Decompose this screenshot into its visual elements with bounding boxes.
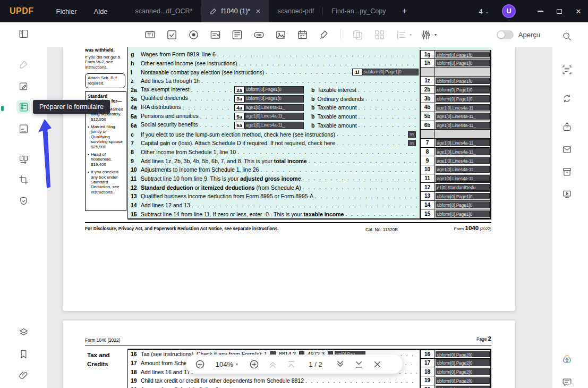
form-field-overlay[interactable]: ubform[0].Page1[0 [244, 86, 304, 94]
share-button[interactable] [560, 120, 574, 133]
form-field-overlay[interactable]: ubform[0].Page2[0 [436, 351, 490, 358]
form-field-overlay[interactable]: ubform[0].Page1[0 [244, 95, 304, 103]
tab-scanned-ocr[interactable]: scanned...df_OCR* [127, 0, 201, 22]
close-zoombar-button[interactable] [372, 359, 382, 369]
align-fields-tool[interactable]: ▾ [394, 27, 412, 42]
date-field-tool[interactable] [295, 27, 310, 42]
close-window-button[interactable]: ✕ [569, 0, 588, 22]
dot-leader [201, 77, 417, 85]
archive-button[interactable] [560, 165, 574, 179]
form-field-overlay[interactable]: ubform[0].Page1[0 [436, 78, 490, 85]
signature-field-tool[interactable] [317, 27, 331, 42]
checkbox-field-overlay[interactable]: in [408, 140, 416, 146]
form-field-overlay[interactable]: ubform[0].Page2[0 [436, 377, 490, 384]
tab-f1040[interactable]: f1040 (1)* ✕ [201, 0, 269, 22]
sidebar-item-panel[interactable] [16, 27, 30, 40]
form-field-overlay[interactable]: age1[0].Lines4a-11_ [436, 175, 490, 182]
ai-assistant-button[interactable] [560, 352, 574, 366]
page-indicator[interactable]: 1 / 2 [304, 360, 327, 368]
minimize-button[interactable] [531, 0, 550, 22]
list-box-tool[interactable] [229, 27, 244, 42]
maximize-button[interactable] [550, 0, 569, 22]
form-field-overlay[interactable]: age1[0].Lines4a-11_ [436, 113, 490, 120]
preview-toggle[interactable] [497, 30, 514, 39]
form-field-overlay[interactable]: ubform[0].Page1[0 [436, 201, 490, 208]
sidebar-item-layers[interactable] [16, 325, 30, 339]
menu-aide[interactable]: Aide [94, 7, 108, 15]
amount-line-number: 1g [420, 50, 434, 59]
form-field-overlay[interactable]: age1[0].Lines4a-11_ [244, 104, 304, 112]
duplicate-fields-tool[interactable] [350, 27, 365, 42]
form-field-overlay[interactable]: age1[0].Lines4a-11_ [436, 148, 490, 155]
row-text: Taxable amount [317, 113, 356, 120]
form-field-overlay[interactable]: ubform[0].Page1[0 [436, 95, 490, 102]
checkbox-field-overlay[interactable]: in [408, 131, 416, 138]
sidebar-item-protect[interactable] [16, 194, 30, 208]
line-number: z [128, 78, 141, 84]
user-avatar[interactable]: U [502, 4, 516, 18]
sidebar-item-prepare-form[interactable] [16, 100, 30, 114]
field-options-tool[interactable]: ▾ [419, 27, 437, 42]
form-field-overlay[interactable]: ubform[0].Page2[0 [436, 368, 490, 375]
zoom-level-dropdown[interactable]: 104% ▾ [213, 360, 241, 368]
form-field-overlay[interactable]: ubform[0].Page1[0 [436, 86, 490, 93]
form-field-overlay[interactable]: ubform[0].Page2[0 [436, 359, 490, 366]
form-field-overlay[interactable]: age1[0].Lines4a-11_ [244, 122, 304, 129]
page2-number: Page 2 [476, 335, 491, 342]
zoom-in-button[interactable] [249, 359, 259, 369]
new-tab-button[interactable]: + [402, 6, 407, 16]
text-field-tool[interactable] [142, 27, 157, 42]
form-field-overlay[interactable]: e1[0].StandardDedu [436, 184, 490, 191]
first-page-button[interactable] [267, 359, 278, 369]
form-field-overlay[interactable]: ubform[0].Page1[0 [436, 193, 490, 200]
document-viewport[interactable]: was withheld.If you did not get a Form W… [47, 47, 552, 388]
menu-fichier[interactable]: Fichier [56, 7, 77, 15]
previous-page-button[interactable] [286, 359, 296, 369]
feedback-button[interactable] [560, 375, 574, 388]
form-field-overlay[interactable]: ubform[0].Page1[0 [436, 210, 490, 217]
sidebar-item-annotate[interactable] [16, 57, 30, 71]
sidebar-item-crop[interactable] [16, 173, 30, 187]
dropdown-tool[interactable] [208, 27, 223, 42]
toggle-knob [498, 31, 505, 38]
form-field-overlay[interactable]: ubform[0].Page1[0 [436, 52, 490, 58]
form-field-overlay[interactable]: ubform[0].Page1[0 [436, 60, 490, 66]
form-field-overlay[interactable]: age1[0].Lines4a-11_ [436, 157, 490, 164]
form-field-overlay[interactable]: age1[0].Lines4a-11_ [436, 139, 490, 146]
sidebar-item-organize[interactable] [16, 153, 30, 166]
line-number: 8 [128, 149, 141, 155]
ocr-button[interactable] [560, 63, 574, 77]
form-row: zAdd lines 1a through 1h1zubform[0].Page… [128, 77, 491, 86]
zoom-out-button[interactable] [194, 359, 205, 369]
form-field-overlay[interactable]: age1[0].Lines4a-11_ [436, 104, 490, 111]
convert-button[interactable] [560, 91, 574, 105]
form-row: 6aSocial security benefits6aage1[0].Line… [128, 121, 491, 130]
chevron-down-bar-icon [354, 359, 364, 369]
radio-button-tool[interactable] [186, 27, 201, 42]
sidebar-item-edit[interactable] [16, 79, 30, 93]
form-field-overlay[interactable]: age1[0].Lines4a-11_ [244, 113, 304, 120]
grid-layout-tool[interactable] [372, 27, 387, 42]
form-field-overlay[interactable]: age1[0].Lines4a-11_ [436, 122, 490, 129]
search-button[interactable] [560, 29, 574, 43]
sidebar-item-fill-sign[interactable] [16, 122, 30, 136]
next-page-button[interactable] [335, 359, 345, 369]
last-page-button[interactable] [353, 359, 364, 369]
button-tool[interactable]: OK [251, 27, 266, 42]
tab-find-an-copy[interactable]: Find-an...py_Copy [323, 0, 394, 22]
amount-cell: age1[0].Lines4a-11_ [434, 112, 491, 121]
tab-count-dropdown[interactable]: 4 ⌄ [479, 7, 489, 15]
mail-button[interactable] [560, 142, 574, 156]
row-body: Wages from Form 8919, line 6 [141, 50, 420, 58]
tab-scanned-pdf[interactable]: scanned-pdf [269, 0, 322, 22]
sidebar-item-bookmark[interactable] [16, 347, 30, 361]
close-tab-icon[interactable]: ✕ [255, 8, 260, 15]
form-field-overlay[interactable]: subform[0].Page1[0 [362, 69, 419, 76]
list-box-icon [232, 29, 243, 40]
slideshow-button[interactable] [560, 187, 574, 201]
sidebar-item-attachment[interactable] [16, 368, 30, 382]
image-field-tool[interactable] [273, 27, 288, 42]
form-field-overlay[interactable]: age1[0].Lines4a-11_ [436, 166, 490, 173]
form-field-overlay[interactable]: ubform[0].Page2[0 [436, 386, 490, 388]
checkbox-tool[interactable] [164, 27, 179, 42]
